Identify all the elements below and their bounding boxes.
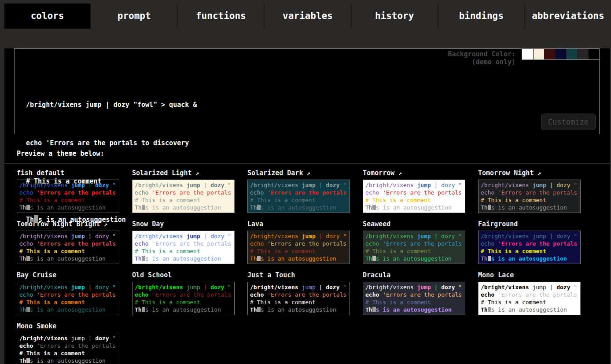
preview-command-line: /bright/vixens jump | dozy " <box>481 283 578 291</box>
preview-autosuggestion-line: Ths is an autosuggestion <box>250 255 347 262</box>
preview-autosuggestion-line: Ths is an autosuggestion <box>481 204 578 211</box>
preview-command-line: /bright/vixens jump | dozy " <box>365 232 463 240</box>
theme-title[interactable]: Tomorrow ↗ <box>363 169 465 177</box>
preview-string-line: echo 'Errors are the portals <box>365 291 463 298</box>
theme-title[interactable]: Solarized Dark ↗ <box>247 169 350 177</box>
customize-button[interactable]: Customize <box>541 114 596 130</box>
preview-string-line: echo 'Errors are the portals <box>481 189 578 196</box>
cursor-block <box>488 256 491 261</box>
preview-string-line: echo 'Errors are the portals <box>365 240 463 247</box>
preview-comment-line: # This is a comment <box>19 298 117 306</box>
theme-card: Seaweed/bright/vixens jump | dozy "echo … <box>363 219 465 264</box>
preview-autosuggestion-line: Ths is an autosuggestion <box>19 255 117 262</box>
preview-autosuggestion-line: Ths is an autosuggestion <box>365 306 463 313</box>
theme-preview[interactable]: /bright/vixens jump | dozy "echo 'Errors… <box>478 282 581 315</box>
theme-preview[interactable]: /bright/vixens jump | dozy "echo 'Errors… <box>17 282 119 315</box>
theme-preview[interactable]: /bright/vixens jump | dozy "echo 'Errors… <box>17 333 119 364</box>
cursor-block <box>142 256 145 261</box>
cursor-block <box>257 256 261 261</box>
preview-comment-line: # This is a comment <box>365 247 463 255</box>
preview-autosuggestion-line: Ths is an autosuggestion <box>481 255 578 262</box>
theme-preview[interactable]: /bright/vixens jump | dozy "echo 'Errors… <box>478 180 581 213</box>
cursor-block <box>34 215 38 223</box>
colors-tab-content: Background Color: (demo only) /bright/vi… <box>4 48 611 364</box>
preview-autosuggestion-line: Ths is an autosuggestion <box>481 306 578 313</box>
theme-preview[interactable]: /bright/vixens jump | dozy "echo 'Errors… <box>478 231 581 264</box>
theme-title: Fairground <box>478 220 581 228</box>
autosuggestion-text: s is an autosuggestion <box>38 216 126 224</box>
preview-command-line: /bright/vixens jump | dozy " <box>250 283 347 291</box>
preview-string-line: echo 'Errors are the portals <box>19 342 117 349</box>
external-link-icon[interactable]: ↗ <box>534 169 541 176</box>
cursor-block <box>26 256 30 261</box>
cursor-block <box>26 307 30 312</box>
preview-string-line: echo 'Errors are the portals <box>250 240 347 247</box>
tab-variables[interactable]: variables <box>264 4 350 29</box>
tab-colors[interactable]: colors <box>4 4 90 29</box>
preview-string-line: echo 'Errors are the portals <box>481 291 578 298</box>
tab-history[interactable]: history <box>351 4 438 29</box>
external-link-icon[interactable]: ↗ <box>303 169 310 176</box>
background-swatch[interactable] <box>544 49 555 59</box>
preview-comment-line: # This is a comment <box>250 298 347 306</box>
fish-config-page: colorspromptfunctionsvariableshistorybin… <box>4 0 611 364</box>
preview-autosuggestion-line: Ths is an autosuggestion <box>250 204 347 211</box>
background-swatch[interactable] <box>555 49 566 59</box>
tab-functions[interactable]: functions <box>177 4 264 29</box>
theme-title: Dracula <box>363 271 465 279</box>
tab-bindings[interactable]: bindings <box>438 4 524 29</box>
preview-string-line: echo 'Errors are the portals <box>250 189 347 196</box>
theme-preview[interactable]: /bright/vixens jump | dozy "echo 'Errors… <box>247 282 350 315</box>
theme-card: Old School/bright/vixens jump | dozy "ec… <box>132 270 235 315</box>
cursor-block <box>372 205 376 210</box>
preview-command-line: /bright/vixens jump | dozy " <box>19 283 117 291</box>
preview-command-line: /bright/vixens jump | dozy " <box>365 181 463 189</box>
cursor-block <box>26 358 30 363</box>
preview-string-line: echo 'Errors are the portals <box>365 189 463 196</box>
background-swatch[interactable] <box>533 49 544 59</box>
preview-comment-line: # This is a comment <box>19 349 117 357</box>
background-swatch[interactable] <box>566 49 577 59</box>
theme-preview[interactable]: /bright/vixens jump | dozy "echo 'Errors… <box>132 282 235 315</box>
sample-comment-line: # This is a comment <box>26 175 197 188</box>
theme-preview[interactable]: /bright/vixens jump | dozy "echo 'Errors… <box>247 231 350 264</box>
preview-string-line: echo 'Errors are the portals <box>19 291 117 298</box>
theme-preview[interactable]: /bright/vixens jump | dozy "echo 'Errors… <box>363 180 465 213</box>
preview-command-line: /bright/vixens jump | dozy " <box>481 232 578 240</box>
preview-autosuggestion-line: Ths is an autosuggestion <box>135 255 232 262</box>
theme-title: Old School <box>132 271 235 279</box>
tab-abbreviations[interactable]: abbreviations <box>524 4 611 29</box>
theme-title[interactable]: Tomorrow Night ↗ <box>478 169 581 177</box>
theme-preview[interactable]: /bright/vixens jump | dozy "echo 'Errors… <box>247 180 350 213</box>
terminal-preview-box: Background Color: (demo only) /bright/vi… <box>14 48 600 134</box>
cursor-block <box>488 205 491 210</box>
preview-autosuggestion-line: Ths is an autosuggestion <box>365 204 463 211</box>
cursor-block <box>257 205 261 210</box>
preview-command-line: /bright/vixens jump | dozy " <box>250 232 347 240</box>
theme-card: Just a Touch/bright/vixens jump | dozy "… <box>247 270 350 315</box>
theme-card: Dracula/bright/vixens jump | dozy "echo … <box>363 270 465 315</box>
external-link-icon[interactable]: ↗ <box>394 169 402 176</box>
preview-string-line: echo 'Errors are the portals <box>481 240 578 247</box>
typed-text: Th <box>26 216 34 224</box>
theme-title: Just a Touch <box>247 271 350 279</box>
background-swatch[interactable] <box>588 49 599 59</box>
background-swatch[interactable] <box>577 49 588 59</box>
theme-preview[interactable]: /bright/vixens jump | dozy "echo 'Errors… <box>363 282 465 315</box>
cursor-block <box>372 307 376 312</box>
tab-prompt[interactable]: prompt <box>90 4 177 29</box>
theme-title: Mono Smoke <box>17 322 119 330</box>
cursor-block <box>257 307 261 312</box>
theme-title: Lava <box>247 220 350 228</box>
tab-bar: colorspromptfunctionsvariableshistorybin… <box>4 0 611 29</box>
preview-autosuggestion-line: Ths is an autosuggestion <box>19 306 117 313</box>
background-color-label-line1: Background Color: <box>448 50 515 58</box>
preview-comment-line: # This is a comment <box>481 247 578 255</box>
preview-autosuggestion-line: Ths is an autosuggestion <box>365 255 463 262</box>
preview-comment-line: # This is a comment <box>365 196 463 204</box>
theme-preview[interactable]: /bright/vixens jump | dozy "echo 'Errors… <box>363 231 465 264</box>
preview-command-line: /bright/vixens jump | dozy " <box>365 283 463 291</box>
theme-card: Tomorrow ↗/bright/vixens jump | dozy "ec… <box>363 168 465 213</box>
sample-string-line: echo 'Errors are the portals to discover… <box>26 137 197 150</box>
background-swatch[interactable] <box>522 49 533 59</box>
